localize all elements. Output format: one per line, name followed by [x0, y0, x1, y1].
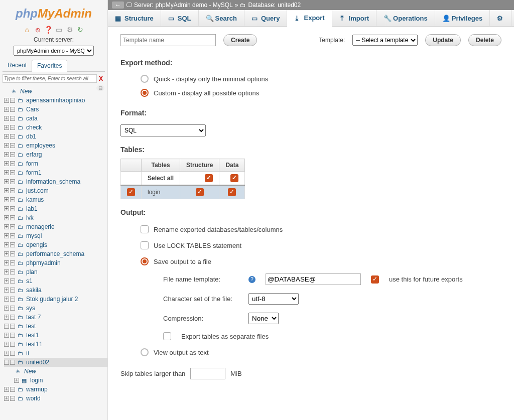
select-all-label[interactable]: Select all: [142, 172, 180, 186]
db-item[interactable]: +−🗀tt: [4, 349, 107, 358]
sql-icon[interactable]: ▭: [55, 26, 63, 34]
tab-favorites[interactable]: Favorites: [32, 60, 67, 72]
db-item[interactable]: +−🗀phpmyadmin: [4, 258, 107, 267]
tab-more[interactable]: ⚙: [490, 10, 511, 26]
settings-icon[interactable]: ⚙: [66, 26, 74, 34]
output-heading: Output:: [120, 208, 501, 216]
help-icon[interactable]: ?: [248, 276, 255, 283]
db-item[interactable]: +−🗀Cars: [4, 105, 107, 114]
db-item[interactable]: +−🗀plan: [4, 267, 107, 276]
template-row: Create Template: -- Select a template --…: [120, 34, 501, 46]
privileges-icon: 👤: [442, 15, 449, 22]
search-icon: 🔍: [206, 15, 213, 22]
tab-structure[interactable]: ▦Structure: [108, 10, 161, 26]
row-structure-checkbox[interactable]: ✓: [196, 188, 204, 196]
db-item[interactable]: +−🗀mysql: [4, 231, 107, 240]
separate-files-label: Export tables as separate files: [181, 333, 269, 340]
col-structure: Structure: [180, 159, 219, 172]
db-item[interactable]: +−🗀menagerie: [4, 222, 107, 231]
docs-icon[interactable]: ❓: [44, 26, 52, 34]
skip-input[interactable]: [190, 368, 225, 379]
collapse-all-icon[interactable]: ⊟: [96, 85, 104, 91]
table-item[interactable]: +▦login: [4, 376, 107, 385]
filename-input[interactable]: [266, 273, 361, 285]
db-item[interactable]: +−🗀sakila: [4, 286, 107, 295]
db-item[interactable]: +−🗀erfarg: [4, 150, 107, 159]
tab-search[interactable]: 🔍Search: [199, 10, 244, 26]
format-select[interactable]: SQL: [120, 124, 206, 136]
radio-custom[interactable]: [141, 89, 149, 97]
template-select[interactable]: -- Select a template --: [352, 35, 418, 46]
back-button[interactable]: ←: [112, 2, 124, 9]
gear-icon: ⚙: [497, 15, 504, 22]
locktables-checkbox[interactable]: [141, 241, 149, 249]
db-item[interactable]: +−🗀information_schema: [4, 177, 107, 186]
db-item[interactable]: +−🗀sys: [4, 304, 107, 313]
sql-icon: ▭: [168, 15, 175, 22]
db-item[interactable]: +−🗀form: [4, 159, 107, 168]
logout-icon[interactable]: ⎋: [34, 26, 42, 34]
db-item[interactable]: +−🗀kamus: [4, 195, 107, 204]
row-select-checkbox[interactable]: ✓: [127, 188, 135, 196]
rename-checkbox[interactable]: [141, 225, 149, 233]
compression-select[interactable]: None: [248, 313, 279, 324]
db-item[interactable]: +−🗀tast 7: [4, 313, 107, 322]
db-item[interactable]: +−🗀employees: [4, 141, 107, 150]
operations-icon: 🔧: [383, 15, 391, 22]
new-database-link[interactable]: ✳ New: [4, 87, 93, 96]
tab-privileges[interactable]: 👤Privileges: [435, 10, 490, 26]
template-name-input[interactable]: [120, 34, 216, 46]
db-item[interactable]: +−🗀db1: [4, 132, 107, 141]
db-item[interactable]: +−🗀test1: [4, 331, 107, 340]
tables-heading: Tables:: [120, 146, 501, 154]
row-data-checkbox[interactable]: ✓: [228, 188, 236, 196]
db-item[interactable]: +−🗀performance_schema: [4, 249, 107, 258]
filter-input[interactable]: [3, 74, 97, 83]
db-item[interactable]: +−🗀world: [4, 394, 107, 403]
tab-sql[interactable]: ▭SQL: [161, 10, 199, 26]
db-item[interactable]: +−🗀opengis: [4, 240, 107, 249]
radio-quick[interactable]: [141, 75, 149, 83]
tab-export[interactable]: ⤓Export: [287, 10, 332, 27]
create-button[interactable]: Create: [223, 34, 257, 46]
update-button[interactable]: Update: [425, 34, 461, 46]
logo[interactable]: phpMyAdmin: [0, 3, 107, 25]
home-icon[interactable]: ⌂: [23, 26, 31, 34]
new-table-link[interactable]: ✳New: [4, 367, 107, 376]
db-item[interactable]: −−🗀test: [4, 322, 107, 331]
radio-view-text[interactable]: [141, 348, 149, 356]
expand-icon[interactable]: +: [4, 98, 9, 103]
db-item[interactable]: +−🗀apenasaminhaopiniao: [4, 96, 107, 105]
selectall-structure-checkbox[interactable]: ✓: [205, 174, 213, 182]
server-select[interactable]: phpMyAdmin demo - MySQL: [14, 46, 94, 56]
db-item[interactable]: +−🗀test11: [4, 340, 107, 349]
reload-icon[interactable]: ↻: [76, 26, 84, 34]
db-item[interactable]: +−🗀check: [4, 123, 107, 132]
filter-clear-icon[interactable]: X: [97, 75, 105, 82]
db-item[interactable]: +−🗀s1: [4, 276, 107, 286]
tab-recent[interactable]: Recent: [3, 60, 32, 71]
charset-select[interactable]: utf-8: [248, 293, 299, 305]
separate-files-checkbox[interactable]: [163, 332, 171, 340]
tab-query[interactable]: ▭Query: [244, 10, 288, 26]
db-item[interactable]: +−🗀lvk: [4, 213, 107, 222]
db-item[interactable]: +−🗀form1: [4, 168, 107, 177]
radio-save-file[interactable]: [141, 257, 149, 265]
charset-label: Character set of the file:: [163, 295, 238, 303]
db-item-selected[interactable]: −−🗀united02: [4, 358, 107, 367]
use-future-checkbox[interactable]: ✓: [371, 275, 379, 284]
database-icon: 🗀: [240, 2, 246, 9]
db-item[interactable]: +−🗀warmup: [4, 385, 107, 394]
collapse-icon[interactable]: −: [10, 98, 15, 103]
tab-operations[interactable]: 🔧Operations: [376, 10, 435, 26]
db-tree: ✳ New +−🗀apenasaminhaopiniao +−🗀Cars +−🗀…: [0, 87, 107, 403]
selectall-data-checkbox[interactable]: ✓: [230, 174, 238, 182]
delete-button[interactable]: Delete: [468, 34, 501, 46]
breadcrumb-db-link[interactable]: united02: [278, 2, 301, 9]
tab-import[interactable]: ⤒Import: [332, 10, 376, 26]
db-item[interactable]: +−🗀just.com: [4, 186, 107, 195]
breadcrumb-server-link[interactable]: phpMyAdmin demo - MySQL: [156, 2, 233, 9]
db-item[interactable]: +−🗀Stok gudang jalur 2: [4, 295, 107, 304]
db-item[interactable]: +−🗀cata: [4, 114, 107, 123]
db-item[interactable]: +−🗀lab1: [4, 204, 107, 213]
